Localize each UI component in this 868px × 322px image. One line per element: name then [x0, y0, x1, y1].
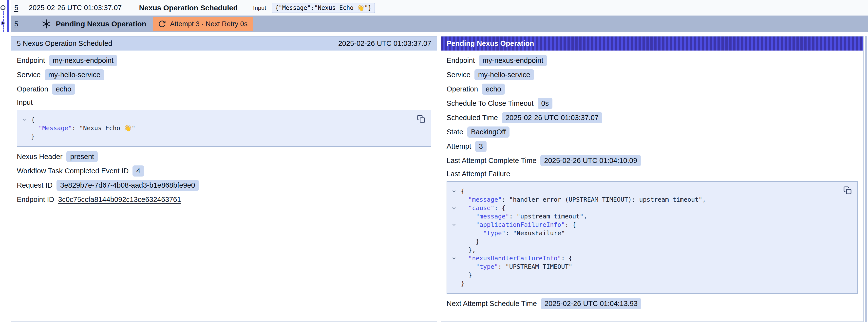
endpoint-id-link[interactable]: 3c0c75ccfa8144b092c13ce632463761 [58, 195, 181, 204]
detail-label: Service [446, 71, 470, 79]
input-chip[interactable]: {"Message":"Nexus Echo 👋"} [272, 3, 375, 13]
code-line: "Message": "Nexus Echo 👋" [17, 124, 425, 132]
json-text: : { [565, 221, 576, 228]
json-text: { [31, 116, 35, 123]
chevron-down-icon[interactable] [447, 221, 461, 229]
code-gutter [17, 124, 31, 132]
detail-row: Next Attempt Schedule Time2025-02-26 UTC… [446, 298, 858, 309]
code-line-text: "nexusHandlerFailureInfo": { [461, 254, 572, 263]
scrollbar-thumb[interactable] [865, 36, 867, 322]
copy-button[interactable] [417, 115, 425, 124]
copy-icon [417, 120, 425, 124]
code-line-text: { [461, 187, 465, 195]
code-gutter [447, 271, 461, 279]
detail-value-badge: my-nexus-endpoint [479, 55, 547, 66]
chevron-down-icon[interactable] [447, 204, 461, 212]
chevron-down-icon[interactable] [447, 254, 461, 263]
detail-value-badge: 2025-02-26 UTC 01:04:13.93 [541, 298, 641, 309]
event-accent-bar [7, 0, 9, 32]
code-line-text: } [461, 271, 472, 279]
row-separator [0, 32, 868, 36]
event-title: Nexus Operation Scheduled [139, 4, 238, 12]
retry-attempt-badge: Attempt 3 · Next Retry 0s [153, 17, 253, 31]
event-id-link[interactable]: 5 [14, 4, 18, 12]
code-gutter [447, 263, 461, 271]
detail-row: Endpoint ID3c0c75ccfa8144b092c13ce632463… [17, 194, 431, 205]
detail-label: Input [17, 98, 431, 107]
panel-title: Pending Nexus Operation [446, 39, 534, 47]
chevron-down-icon[interactable] [447, 187, 461, 195]
code-line-text: }, [461, 246, 476, 254]
detail-value-badge: 3 [475, 141, 487, 152]
code-line-text: "message": "upstream timeout", [461, 212, 587, 221]
json-text: : { [561, 255, 572, 262]
detail-row: Endpointmy-nexus-endpoint [17, 55, 431, 66]
json-text: { [461, 188, 465, 195]
chevron-down-icon[interactable] [17, 116, 31, 124]
code-line: "cause": { [447, 204, 851, 212]
code-line-text: { [31, 116, 35, 124]
detail-label: Operation [17, 85, 48, 93]
json-text [461, 213, 476, 220]
detail-label: Scheduled Time [446, 114, 498, 122]
code-line: } [447, 271, 851, 279]
timeline-node-open-icon [0, 5, 5, 10]
detail-label: Workflow Task Completed Event ID [17, 167, 128, 175]
json-text: : "upstream timeout", [509, 213, 587, 220]
json-key: "applicationFailureInfo" [476, 221, 565, 228]
detail-value-badge: my-hello-service [474, 69, 534, 80]
panel-header-pending: Pending Nexus Operation [441, 36, 863, 51]
code-line-text: "type": "NexusFailure" [461, 229, 565, 237]
detail-row: Request ID3e829b7e-7d67-4b08-aad3-b1e868… [17, 180, 431, 191]
panel-body: Endpointmy-nexus-endpointServicemy-hello… [441, 51, 863, 309]
code-line: "type": "NexusFailure" [447, 229, 851, 237]
code-line: "message": "upstream timeout", [447, 212, 851, 221]
retry-badge-label: Attempt 3 · Next Retry 0s [170, 20, 247, 28]
detail-label: Operation [446, 85, 478, 93]
detail-value-badge: 2025-02-26 UTC 01:03:37.07 [502, 112, 602, 123]
event-row-scheduled[interactable]: 5 2025-02-26 UTC 01:03:37.07 Nexus Opera… [11, 0, 868, 15]
panel-time: 2025-02-26 UTC 01:03:37.07 [338, 39, 431, 47]
json-text: : "Nexus Echo 👋" [72, 125, 135, 132]
json-text: : "handler error (UPSTREAM_TIMEOUT): ups… [502, 196, 706, 203]
json-text: } [461, 280, 465, 287]
code-line-text: "applicationFailureInfo": { [461, 221, 576, 229]
event-row-pending-selected[interactable]: 5 Pending Nexus Operation Attempt 3 · Ne… [11, 15, 868, 32]
detail-row: Workflow Task Completed Event ID4 [17, 165, 431, 176]
panel-title: 5 Nexus Operation Scheduled [17, 39, 112, 47]
json-text: : "UPSTREAM_TIMEOUT" [498, 263, 572, 270]
detail-value-badge: my-hello-service [45, 69, 104, 80]
pending-asterisk-icon [41, 19, 52, 29]
code-line-text: } [461, 237, 479, 246]
detail-row: Operationecho [446, 84, 858, 95]
detail-row: StateBackingOff [446, 127, 858, 137]
code-line: "applicationFailureInfo": { [447, 221, 851, 229]
json-key: "nexusHandlerFailureInfo" [468, 255, 561, 262]
detail-row: Scheduled Time2025-02-26 UTC 01:03:37.07 [446, 112, 858, 123]
detail-label: Next Attempt Schedule Time [446, 299, 537, 308]
detail-label: Nexus Header [17, 153, 62, 161]
json-text: : { [494, 204, 505, 212]
code-line: "message": "handler error (UPSTREAM_TIME… [447, 195, 851, 204]
detail-label: Last Attempt Complete Time [446, 157, 536, 165]
code-line: { [17, 116, 425, 124]
event-id-link[interactable]: 5 [14, 20, 18, 28]
code-gutter [447, 212, 461, 221]
code-gutter [447, 237, 461, 246]
detail-value-badge: 2025-02-26 UTC 01:04:10.09 [540, 155, 641, 166]
json-text: } [461, 238, 479, 245]
json-text [461, 263, 476, 270]
json-key: "message" [468, 196, 502, 203]
code-line: } [17, 132, 425, 141]
detail-row: Schedule To Close Timeout0s [446, 98, 858, 109]
detail-label: Endpoint [446, 57, 475, 65]
detail-value-badge: 4 [132, 165, 144, 176]
code-gutter [447, 195, 461, 204]
copy-button[interactable] [843, 186, 852, 195]
code-line-text: "Message": "Nexus Echo 👋" [31, 124, 135, 132]
json-text [461, 221, 476, 228]
detail-row: Last Attempt Complete Time2025-02-26 UTC… [446, 155, 858, 166]
detail-label: Attempt [446, 142, 471, 151]
panel-body: Endpointmy-nexus-endpointServicemy-hello… [11, 51, 437, 205]
json-text: } [461, 271, 472, 279]
